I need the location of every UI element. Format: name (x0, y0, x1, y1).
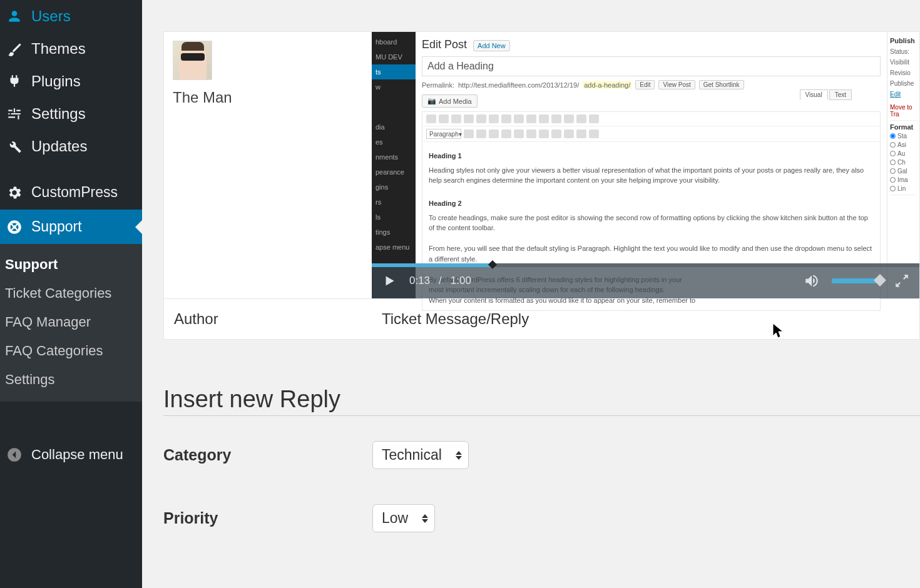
submenu-item-settings[interactable]: Settings (0, 365, 142, 394)
collapse-label: Collapse menu (31, 447, 123, 463)
permalink-view: View Post (658, 80, 695, 89)
reply-title: Insert new Reply (163, 386, 920, 416)
sidebar-item-settings[interactable]: Settings (0, 98, 142, 130)
sidebar-item-label: Users (31, 8, 71, 25)
submenu-item-ticket-categories[interactable]: Ticket Categories (0, 279, 142, 308)
reply-section: Insert new Reply Category Technical Prio… (163, 386, 920, 532)
video-time: 0:13/1:00 (409, 275, 471, 287)
video-editor-main: Edit Post Add New Add a Heading Permalin… (416, 32, 887, 298)
submenu-item-support[interactable]: Support (0, 250, 142, 279)
video-meta-sidebar: Publish Status: Visibilit Revisio Publis… (887, 32, 919, 298)
sidebar-item-themes[interactable]: Themes (0, 33, 142, 65)
brush-icon (6, 41, 23, 57)
chevron-up-down-icon (456, 451, 462, 460)
permalink-edit: Edit (635, 80, 655, 89)
permalink-shortlink: Get Shortlink (699, 80, 744, 89)
avatar (173, 41, 212, 80)
video-content: Edit Post Add New Add a Heading Permalin… (416, 32, 919, 298)
add-new-button: Add New (473, 40, 510, 51)
gear-icon (6, 185, 23, 201)
submenu-item-faq-categories[interactable]: FAQ Categories (0, 337, 142, 365)
volume-slider[interactable] (832, 278, 882, 283)
priority-select[interactable]: Low (372, 504, 435, 532)
sidebar-item-label: Plugins (31, 73, 81, 90)
sidebar-item-updates[interactable]: Updates (0, 130, 142, 163)
sidebar-submenu: Support Ticket Categories FAQ Manager FA… (0, 244, 142, 402)
video-player[interactable]: hboard MU DEV ts w dia es nments pearanc… (372, 32, 919, 298)
add-media-button: 📷 Add Media (422, 94, 478, 108)
text-tab: Text (829, 89, 852, 100)
category-label: Category (163, 446, 372, 464)
permalink-row: Permalink: http://test.mediafifteen.com/… (422, 80, 881, 89)
submenu-item-faq-manager[interactable]: FAQ Manager (0, 308, 142, 337)
main-content: The Man hboard MU DEV ts w dia es nments (142, 0, 920, 588)
video-controls: 0:13/1:00 (372, 263, 919, 298)
post-title-input: Add a Heading (422, 56, 881, 76)
footer-author-label: Author (164, 299, 372, 339)
plug-icon (6, 73, 23, 89)
chevron-up-down-icon (422, 514, 428, 523)
sidebar-item-users[interactable]: Users (0, 0, 142, 33)
ticket-author-col: The Man (164, 32, 372, 298)
wrench-icon (6, 138, 23, 155)
visual-tab: Visual (800, 89, 828, 100)
collapse-menu[interactable]: Collapse menu (0, 439, 142, 588)
ticket-media-col: hboard MU DEV ts w dia es nments pearanc… (372, 32, 919, 298)
editor-page-title: Edit Post (422, 38, 467, 51)
sidebar-item-label: Updates (31, 138, 87, 155)
admin-sidebar: Users Themes Plugins Settings Updates Cu… (0, 0, 142, 588)
editor-toolbar: Paragraph▾ (422, 111, 881, 142)
sidebar-item-label: Themes (31, 40, 86, 58)
play-button[interactable] (381, 272, 398, 290)
sidebar-item-label: CustomPress (31, 184, 118, 201)
life-ring-icon (6, 219, 23, 235)
collapse-icon (6, 447, 23, 463)
author-name: The Man (173, 89, 363, 106)
sidebar-item-support[interactable]: Support (0, 210, 142, 244)
video-progress[interactable] (372, 263, 919, 267)
sidebar-item-label: Settings (31, 105, 86, 123)
category-select[interactable]: Technical (372, 441, 469, 469)
fullscreen-button[interactable] (893, 272, 911, 290)
sliders-icon (6, 106, 23, 122)
sidebar-item-plugins[interactable]: Plugins (0, 65, 142, 98)
priority-label: Priority (163, 509, 372, 527)
video-wp-sidebar: hboard MU DEV ts w dia es nments pearanc… (372, 32, 416, 298)
sidebar-item-custompress[interactable]: CustomPress (0, 175, 142, 210)
users-icon (6, 8, 23, 24)
sidebar-item-label: Support (31, 218, 82, 235)
volume-button[interactable] (803, 272, 820, 290)
ticket-card: The Man hboard MU DEV ts w dia es nments (163, 31, 920, 340)
